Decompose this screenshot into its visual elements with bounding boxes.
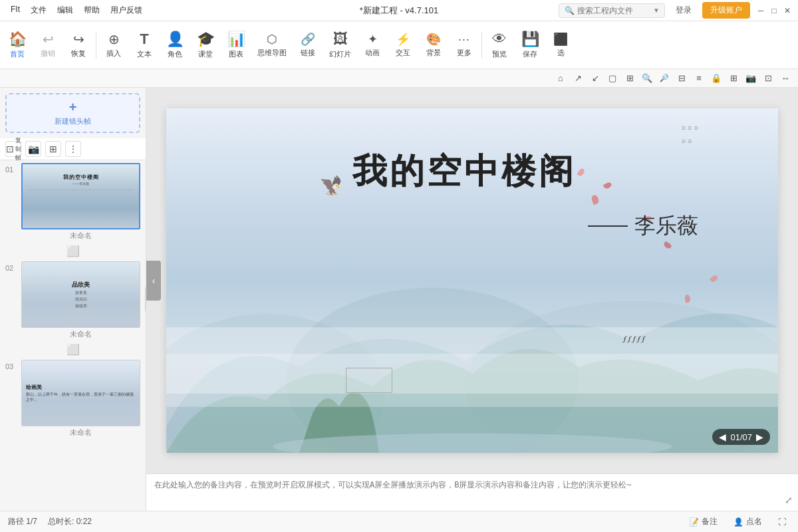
tool-mindmap[interactable]: ⬡ 思维导图 [252, 29, 292, 61]
slide-item-3[interactable]: 03 绘画美 那山，以上两千年，犹有一茅屋在焉，置身于一幕三拥的朦胧之中... … [0, 357, 146, 440]
fit-btn[interactable]: ⊞ [45, 141, 61, 157]
maximize-button[interactable]: □ [769, 5, 779, 16]
tool-undo[interactable]: ↩ 撤销 [33, 29, 63, 61]
link-icon: 🔗 [301, 32, 315, 47]
main-toolbar: 🏠 首页 ↩ 撤销 ↪ 恢复 ⊕ 插入 T 文本 👤 角色 🎓 课堂 📊 图表 … [0, 21, 798, 69]
tool-text[interactable]: T 文本 [130, 28, 159, 62]
tool-link[interactable]: 🔗 链接 [293, 29, 323, 61]
titlebar-left: FIt 文件 编辑 帮助 用户反馈 [5, 2, 148, 19]
notes-expand-btn[interactable]: ⤢ [785, 495, 793, 505]
tool-animation[interactable]: ✦ 动画 [358, 29, 387, 61]
slide-author[interactable]: 李乐薇 [588, 211, 698, 241]
new-frame-label: 新建镜头帧 [55, 116, 91, 126]
icon-lock-btn[interactable]: 🔒 [709, 71, 724, 86]
icon-home-btn[interactable]: ⌂ [553, 71, 568, 86]
class-label: 课堂 [198, 49, 213, 59]
crane-icon: 🦅 [319, 175, 342, 197]
redo-label: 恢复 [71, 49, 86, 59]
slide-canvas[interactable]: 🦅 🦢 𝆑 𝆑 𝆑 𝆑 𝆑 [166, 108, 778, 453]
slide-item-1[interactable]: 01 我的空中楼阁 ——李乐薇 未命名 [0, 160, 146, 243]
text-label: 文本 [137, 49, 152, 59]
callout-btn[interactable]: 👤 点名 [730, 515, 766, 529]
upgrade-button[interactable]: 升级账户 [702, 2, 750, 19]
copy-frame-btn[interactable]: ⊡ 复制帧 [5, 141, 21, 157]
thumb-line-2-1: 故鲁鱼 [75, 290, 87, 296]
tool-role[interactable]: 👤 角色 [160, 28, 190, 62]
menu-file[interactable]: 文件 [25, 2, 52, 19]
icon-zoom-out[interactable]: 🔎 [657, 71, 672, 86]
save-icon: 💾 [521, 31, 539, 48]
animation-label: 动画 [365, 48, 380, 58]
search-input[interactable] [577, 6, 650, 15]
slide-thumb-1: 我的空中楼阁 ——李乐薇 [21, 163, 140, 229]
more-tools-btn[interactable]: ⋮ [65, 141, 81, 157]
mindmap-label: 思维导图 [257, 48, 287, 58]
close-button[interactable]: ✕ [782, 5, 793, 16]
copy-icon: ⊡ [6, 144, 14, 154]
slide-num-2: 02 [5, 264, 17, 272]
tool-more[interactable]: ··· 更多 [450, 30, 479, 61]
icon-resize-btn[interactable]: ↔ [778, 71, 793, 86]
icon-arrow-ne[interactable]: ↗ [571, 71, 585, 86]
login-button[interactable]: 登录 [670, 2, 697, 19]
callout-icon: 👤 [733, 517, 743, 527]
tool-preview[interactable]: 👁 预览 [485, 28, 514, 62]
search-dropdown-icon[interactable]: ▼ [653, 7, 660, 14]
icon-grid-btn[interactable]: ⊞ [622, 71, 637, 86]
tool-chart[interactable]: 📊 图表 [221, 28, 251, 62]
tool-redo[interactable]: ↪ 恢复 [64, 29, 93, 61]
slide-title[interactable]: 我的空中楼阁 [352, 148, 576, 195]
author-line [588, 225, 628, 227]
author-text: 李乐薇 [634, 211, 698, 241]
slide-thumb-bg-2: 品欣美 故鲁鱼 情词示 猕猿类 [22, 262, 140, 327]
new-frame-button[interactable]: + 新建镜头帧 [5, 93, 140, 133]
icon-minus-btn[interactable]: ⊟ [674, 71, 689, 86]
icon-grid2-btn[interactable]: ⊞ [726, 71, 741, 86]
home-label: 首页 [10, 49, 25, 59]
tool-bg[interactable]: 🎨 背景 [419, 29, 448, 61]
counter-next[interactable]: ▶ [756, 432, 763, 442]
notes-icon: 📝 [689, 517, 699, 527]
menu-fit[interactable]: FIt [5, 2, 25, 19]
notes-input[interactable] [154, 479, 790, 505]
tool-class[interactable]: 🎓 课堂 [191, 28, 220, 62]
tool-slides[interactable]: 🖼 幻灯片 [324, 28, 356, 62]
icon-frame-btn[interactable]: ▢ [605, 71, 620, 86]
menu-feedback[interactable]: 用户反馈 [105, 2, 148, 19]
menu-help[interactable]: 帮助 [78, 2, 105, 19]
tool-select[interactable]: ⬛ 选 [546, 29, 575, 61]
counter-prev[interactable]: ◀ [719, 432, 726, 442]
plus-icon: + [69, 100, 77, 115]
slide-num-3: 03 [5, 362, 17, 370]
menu-edit[interactable]: 编辑 [52, 2, 78, 19]
tool-save[interactable]: 💾 保存 [515, 28, 545, 62]
minimize-button[interactable]: ─ [755, 5, 766, 16]
notes-btn[interactable]: 📝 备注 [685, 515, 722, 529]
camera-btn[interactable]: 📷 [25, 141, 41, 157]
tool-home[interactable]: 🏠 首页 [3, 28, 32, 62]
thumb-sub-1: ——李乐薇 [72, 182, 89, 186]
thumb-line-2-2: 情词示 [75, 297, 87, 303]
fit-icon: ⊞ [49, 144, 57, 154]
tool-interact[interactable]: ⚡ 交互 [388, 29, 418, 61]
icon-align-btn[interactable]: ≡ [692, 71, 706, 86]
undo-icon: ↩ [43, 31, 54, 47]
icon-camera-btn[interactable]: 📷 [743, 71, 758, 86]
icon-box-btn[interactable]: ⊡ [761, 71, 775, 86]
search-box[interactable]: 🔍 ▼ [559, 3, 665, 18]
slide-list: 01 我的空中楼阁 ——李乐薇 未命名 [0, 160, 146, 511]
nav-collapse-arrow[interactable]: ‹ [146, 261, 161, 301]
select-label: 选 [557, 48, 565, 58]
text-icon: T [140, 31, 148, 48]
interact-icon: ⚡ [396, 32, 410, 47]
search-icon: 🔍 [565, 6, 575, 15]
icon-zoom-in[interactable]: 🔍 [640, 71, 654, 86]
slide-thumb-wrap-2: 品欣美 故鲁鱼 情词示 猕猿类 未命名 [21, 261, 140, 339]
icon-arrow-sw[interactable]: ↙ [588, 71, 602, 86]
camera-icon: 📷 [28, 144, 39, 154]
slide-thumb-wrap-1: 我的空中楼阁 ——李乐薇 未命名 [21, 163, 140, 241]
slide-item-2[interactable]: 02 品欣美 故鲁鱼 情词示 猕猿类 未命名 [0, 259, 146, 342]
fullscreen-btn[interactable]: ⛶ [774, 516, 790, 528]
tool-insert[interactable]: ⊕ 插入 [99, 29, 128, 61]
slide-thumb-2: 品欣美 故鲁鱼 情词示 猕猿类 [21, 261, 140, 328]
